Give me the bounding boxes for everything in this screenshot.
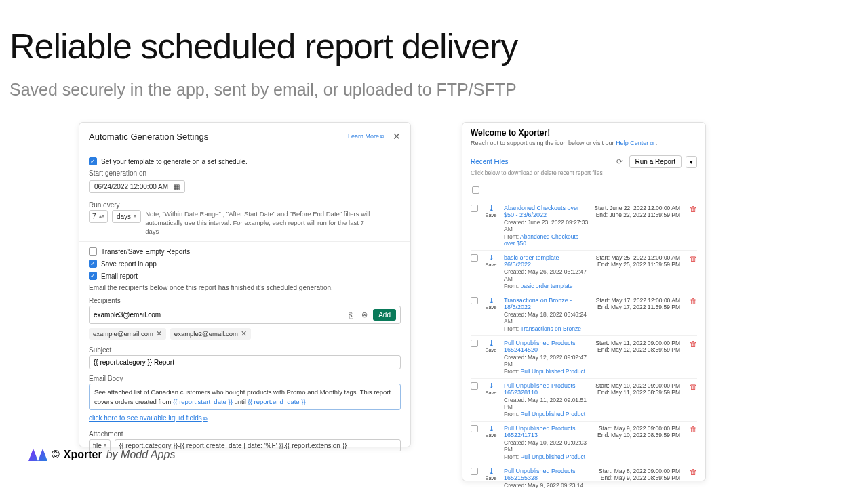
download-icon: ⤓: [488, 340, 494, 347]
report-row: ⤓SaveAbandoned Checkouts over $50 - 23/6…: [471, 201, 697, 250]
report-name-link[interactable]: basic order template - 26/5/2022: [504, 254, 591, 268]
start-date-input[interactable]: 06/24/2022 12:00:00 AM ▦: [89, 180, 185, 193]
row-checkbox[interactable]: [471, 297, 478, 304]
download-icon: ⤓: [488, 382, 494, 390]
email-desc: Email the recipients below once this rep…: [89, 284, 401, 291]
template-icon[interactable]: ⎘: [346, 310, 355, 320]
external-icon: ⧉: [203, 415, 208, 422]
page-subtitle: Saved securely in the app, sent by email…: [9, 80, 868, 100]
email-report-checkbox[interactable]: ✓: [89, 272, 97, 280]
external-icon: ⧉: [650, 140, 654, 146]
refresh-icon[interactable]: ⟳: [616, 157, 623, 166]
remove-chip-icon[interactable]: ✕: [156, 329, 162, 338]
save-button[interactable]: ⤓Save: [484, 340, 498, 353]
template-link[interactable]: basic order template: [521, 283, 573, 289]
row-checkbox[interactable]: [471, 205, 478, 212]
delete-icon[interactable]: 🗑: [690, 425, 697, 433]
dialog-title: Automatic Generation Settings: [89, 131, 348, 142]
add-button[interactable]: Add: [373, 309, 396, 321]
report-row: ⤓SavePull Unpublished Products 165241452…: [471, 336, 697, 378]
delete-icon[interactable]: 🗑: [690, 382, 697, 390]
recent-sub: Click below to download or delete recent…: [471, 169, 697, 176]
subject-input[interactable]: [94, 359, 396, 366]
liquid-fields-link[interactable]: click here to see available liquid field…: [89, 414, 208, 422]
download-icon: ⤓: [488, 205, 494, 212]
calendar-icon: ▦: [174, 183, 180, 190]
delete-icon[interactable]: 🗑: [690, 297, 697, 305]
start-label: Start generation on: [89, 169, 401, 177]
run-every-label: Run every: [89, 201, 401, 209]
remove-chip-icon[interactable]: ✕: [241, 329, 247, 338]
brand-logo-icon: [28, 449, 47, 461]
email-body-textarea[interactable]: See attached list of Canadian customers …: [89, 384, 401, 410]
template-link[interactable]: Pull Unpublished Product: [521, 411, 585, 418]
template-link[interactable]: Transactions on Bronze: [520, 325, 580, 332]
report-name-link[interactable]: Pull Unpublished Products 1652241713: [504, 425, 592, 439]
external-icon: ⧉: [380, 134, 384, 140]
save-button[interactable]: ⤓Save: [484, 297, 498, 310]
template-link[interactable]: Pull Unpublished Product: [521, 453, 585, 460]
report-name-link[interactable]: Pull Unpublished Products 1652414520: [504, 340, 590, 353]
generation-settings-dialog: Automatic Generation Settings Learn More…: [79, 122, 411, 447]
recipient-input[interactable]: [94, 311, 342, 319]
save-button[interactable]: ⤓Save: [484, 468, 498, 481]
save-in-app-checkbox[interactable]: ✓: [89, 260, 97, 268]
row-checkbox[interactable]: [471, 340, 478, 347]
row-checkbox[interactable]: [471, 425, 478, 432]
template-link[interactable]: Abandoned Checkouts over $50: [504, 233, 578, 247]
welcome-title: Welcome to Xporter!: [471, 128, 697, 138]
welcome-sub: Reach out to support using the icon belo…: [471, 140, 697, 147]
footer: © Xporter by Modd Apps: [28, 449, 175, 461]
download-icon: ⤓: [488, 468, 494, 475]
delete-icon[interactable]: 🗑: [690, 340, 697, 348]
report-name-link[interactable]: Transactions on Bronze - 18/5/2022: [504, 297, 591, 310]
save-button[interactable]: ⤓Save: [484, 382, 498, 396]
report-row: ⤓SavePull Unpublished Products 165232811…: [471, 378, 697, 421]
recent-files-link[interactable]: Recent Files: [471, 158, 612, 165]
download-icon: ⤓: [488, 297, 494, 304]
delete-icon[interactable]: 🗑: [690, 254, 697, 262]
run-unit-select[interactable]: days▾: [112, 210, 141, 223]
recipients-label: Recipients: [89, 297, 401, 304]
select-all-checkbox[interactable]: [472, 186, 479, 194]
subject-label: Subject: [89, 346, 401, 354]
attachment-label: Attachment: [89, 430, 401, 438]
transfer-empty-checkbox[interactable]: [89, 247, 97, 256]
run-note: Note, "Within Date Range" , "After Start…: [145, 210, 376, 236]
run-report-button[interactable]: Run a Report: [629, 155, 682, 168]
recipient-chip: example2@email.com✕: [170, 328, 251, 340]
report-row: ⤓SaveTransactions on Bronze - 18/5/2022C…: [471, 293, 697, 336]
row-checkbox[interactable]: [471, 382, 478, 390]
report-name-link[interactable]: Pull Unpublished Products 1652328110: [504, 382, 590, 396]
help-center-link[interactable]: Help Center⧉: [616, 140, 654, 146]
report-row: ⤓Savebasic order template - 26/5/2022Cre…: [471, 250, 697, 293]
report-row: ⤓SavePull Unpublished Products 165224171…: [471, 421, 697, 464]
close-icon[interactable]: ✕: [393, 131, 401, 142]
run-interval-input[interactable]: 7▴▾: [89, 210, 108, 223]
delete-icon[interactable]: 🗑: [690, 468, 697, 476]
row-checkbox[interactable]: [471, 254, 478, 262]
report-row: ⤓SavePull Unpublished Products 165215532…: [471, 464, 697, 488]
learn-more-link[interactable]: Learn More⧉: [348, 133, 384, 140]
run-report-dropdown[interactable]: ▾: [686, 156, 697, 168]
row-checkbox[interactable]: [471, 468, 478, 475]
report-name-link[interactable]: Pull Unpublished Products 1652155328: [504, 468, 593, 481]
save-button[interactable]: ⤓Save: [484, 425, 498, 439]
download-icon: ⤓: [488, 425, 494, 432]
welcome-panel: Welcome to Xporter! Reach out to support…: [462, 122, 706, 481]
report-name-link[interactable]: Abandoned Checkouts over $50 - 23/6/2022: [504, 205, 589, 218]
recipient-chip: example@email.com✕: [89, 328, 166, 340]
clear-icon[interactable]: ⊗: [359, 310, 369, 320]
schedule-checkbox[interactable]: ✓: [89, 157, 97, 165]
save-button[interactable]: ⤓Save: [484, 205, 498, 218]
delete-icon[interactable]: 🗑: [690, 205, 697, 213]
template-link[interactable]: Pull Unpublished Product: [521, 368, 585, 375]
page-title: Reliable scheduled report delivery: [9, 26, 868, 66]
save-button[interactable]: ⤓Save: [484, 254, 498, 268]
body-label: Email Body: [89, 375, 401, 382]
schedule-label: Set your template to generate on a set s…: [101, 158, 248, 165]
download-icon: ⤓: [488, 254, 494, 262]
